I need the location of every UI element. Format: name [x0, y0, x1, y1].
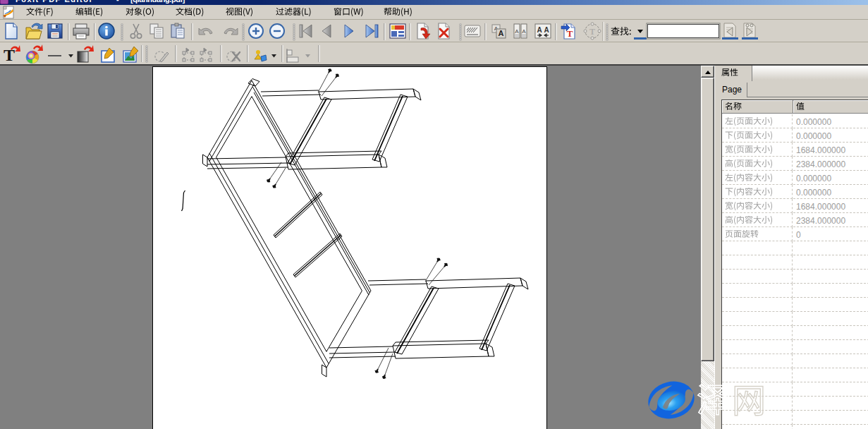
svg-text:A: A [499, 29, 504, 37]
svg-text:A: A [515, 28, 519, 35]
svg-text:T: T [4, 46, 15, 64]
svg-text:A: A [537, 26, 542, 34]
svg-text:A: A [522, 28, 526, 35]
svg-text:A: A [544, 26, 549, 34]
svg-text:T: T [589, 27, 595, 37]
